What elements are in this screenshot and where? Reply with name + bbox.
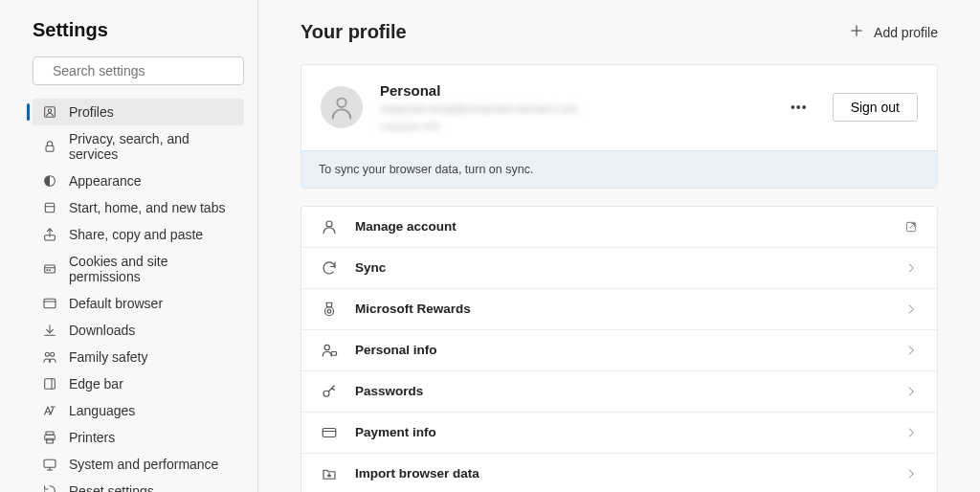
download-icon	[42, 323, 57, 338]
sidebar-item-label: System and performance	[69, 457, 218, 472]
import-icon	[321, 465, 338, 482]
sidebar-item-edge-bar[interactable]: Edge bar	[33, 370, 244, 397]
sidebar-item-printers[interactable]: Printers	[33, 424, 244, 451]
external-link-icon	[904, 220, 918, 234]
profile-options-list: Manage accountSyncMicrosoft RewardsPerso…	[301, 206, 938, 492]
svg-point-17	[51, 352, 55, 356]
svg-rect-18	[45, 379, 56, 390]
sidebar-nav: ProfilesPrivacy, search, and servicesApp…	[33, 99, 244, 492]
sidebar-item-default-browser[interactable]: Default browser	[33, 290, 244, 317]
printer-icon	[42, 430, 57, 445]
svg-point-36	[327, 309, 331, 313]
add-profile-label: Add profile	[874, 25, 938, 40]
sidebar-item-label: Reset settings	[69, 483, 154, 492]
plus-icon	[849, 23, 864, 41]
reset-icon	[42, 483, 57, 492]
svg-rect-23	[47, 438, 54, 443]
profile-name: Personal	[380, 82, 766, 99]
search-input[interactable]	[53, 63, 234, 78]
sidebar-title: Settings	[33, 19, 244, 41]
sidebar-item-label: Languages	[69, 403, 135, 418]
sidebar-item-share-copy-and-paste[interactable]: Share, copy and paste	[33, 221, 244, 248]
sidebar-item-label: Edge bar	[69, 376, 123, 391]
profile-summary: Personal redacted-email@redacted-domain.…	[301, 65, 937, 150]
svg-rect-4	[46, 145, 54, 151]
profiles-icon	[42, 104, 57, 120]
main-content: Your profile Add profile Personal redact…	[258, 0, 980, 492]
sidebar-item-reset-settings[interactable]: Reset settings	[33, 478, 244, 492]
row-label: Import browser data	[355, 466, 887, 481]
chevron-right-icon	[904, 426, 918, 439]
profile-email: redacted-email@redacted-domain.com	[380, 102, 766, 118]
svg-rect-24	[44, 459, 56, 467]
cookies-icon	[42, 261, 57, 277]
family-icon	[42, 349, 57, 365]
sidebar-item-profiles[interactable]: Profiles	[33, 99, 244, 125]
row-manage-account[interactable]: Manage account	[301, 207, 937, 247]
card-icon	[321, 424, 338, 441]
search-input-wrap[interactable]	[33, 56, 244, 85]
avatar	[321, 86, 363, 128]
settings-sidebar: Settings ProfilesPrivacy, search, and se…	[0, 0, 258, 492]
svg-point-11	[47, 270, 48, 271]
profile-meta: Personal redacted-email@redacted-domain.…	[380, 82, 766, 133]
edgebar-icon	[42, 376, 57, 391]
sidebar-item-appearance[interactable]: Appearance	[33, 168, 244, 194]
sidebar-item-start-home-and-new-tabs[interactable]: Start, home, and new tabs	[33, 194, 244, 221]
main-header: Your profile Add profile	[301, 21, 938, 43]
row-label: Sync	[355, 260, 887, 275]
appearance-icon	[42, 173, 57, 189]
sidebar-item-cookies-and-site-permissions[interactable]: Cookies and site permissions	[33, 248, 244, 290]
lock-icon	[42, 139, 57, 154]
signout-button[interactable]: Sign out	[833, 93, 918, 122]
row-payment-info[interactable]: Payment info	[301, 412, 937, 453]
sidebar-item-downloads[interactable]: Downloads	[33, 317, 244, 344]
sidebar-item-label: Share, copy and paste	[69, 227, 203, 242]
rewards-icon	[321, 301, 338, 318]
row-label: Microsoft Rewards	[355, 302, 887, 316]
sidebar-item-label: Appearance	[69, 173, 142, 189]
person-icon	[321, 218, 338, 235]
chevron-right-icon	[904, 261, 918, 275]
add-profile-button[interactable]: Add profile	[849, 23, 938, 41]
browser-icon	[42, 296, 57, 311]
svg-point-35	[325, 307, 334, 316]
languages-icon	[42, 403, 57, 418]
chevron-right-icon	[904, 302, 918, 316]
svg-rect-9	[45, 265, 56, 273]
row-sync[interactable]: Sync	[301, 247, 937, 288]
row-personal-info[interactable]: Personal info	[301, 329, 937, 370]
svg-point-32	[337, 99, 345, 107]
svg-rect-40	[323, 428, 336, 436]
svg-point-33	[326, 221, 332, 227]
sidebar-item-label: Start, home, and new tabs	[69, 200, 225, 215]
sidebar-item-system-and-performance[interactable]: System and performance	[33, 451, 244, 478]
row-label: Passwords	[355, 384, 887, 398]
sidebar-item-label: Family safety	[69, 349, 147, 365]
chevron-right-icon	[904, 344, 918, 357]
page-title: Your profile	[301, 21, 407, 43]
system-icon	[42, 457, 57, 472]
more-button[interactable]: •••	[783, 96, 815, 119]
svg-point-3	[48, 109, 51, 112]
row-label: Manage account	[355, 219, 887, 234]
row-import-browser-data[interactable]: Import browser data	[301, 453, 937, 492]
profile-card: Personal redacted-email@redacted-domain.…	[301, 64, 938, 189]
sync-banner[interactable]: To sync your browser data, turn on sync.	[301, 150, 937, 188]
sidebar-item-privacy-search-and-services[interactable]: Privacy, search, and services	[33, 125, 244, 168]
sidebar-item-languages[interactable]: Languages	[33, 397, 244, 424]
row-passwords[interactable]: Passwords	[301, 370, 937, 412]
share-icon	[42, 227, 57, 242]
svg-point-37	[324, 345, 329, 349]
svg-rect-13	[44, 299, 56, 307]
sidebar-item-label: Privacy, search, and services	[69, 131, 234, 162]
home-icon	[42, 200, 57, 215]
svg-point-12	[50, 270, 51, 271]
sidebar-item-family-safety[interactable]: Family safety	[33, 344, 244, 370]
chevron-right-icon	[904, 467, 918, 481]
personalinfo-icon	[321, 342, 338, 359]
key-icon	[321, 383, 338, 400]
row-label: Personal info	[355, 343, 887, 357]
sidebar-item-label: Downloads	[69, 323, 135, 338]
row-microsoft-rewards[interactable]: Microsoft Rewards	[301, 288, 937, 329]
